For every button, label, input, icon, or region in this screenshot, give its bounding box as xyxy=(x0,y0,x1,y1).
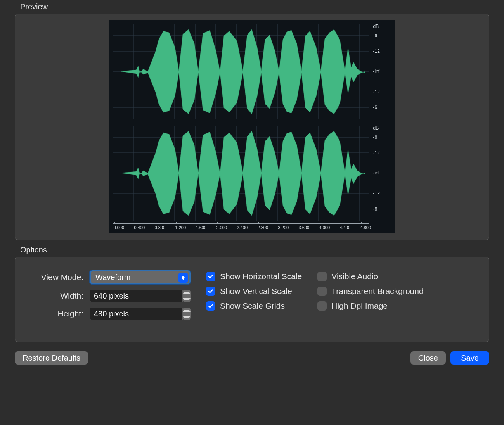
checkbox-checked-icon xyxy=(206,287,215,296)
width-stepper[interactable] xyxy=(183,290,191,302)
checkbox-label: Show Vertical Scale xyxy=(220,287,292,296)
checkbox-unchecked-icon xyxy=(317,272,327,281)
preview-panel: dB -6 -12 -inf -12 -6 xyxy=(15,14,489,240)
select-stepper-icon xyxy=(178,273,188,283)
restore-defaults-button[interactable]: Restore Defaults xyxy=(15,351,88,365)
save-button[interactable]: Save xyxy=(450,351,489,365)
options-panel: View Mode: Waveform Width: 640 pixels xyxy=(15,257,489,342)
checkbox-label: High Dpi Image xyxy=(331,301,388,311)
checkbox-hscale[interactable]: Show Horizontal Scale xyxy=(206,272,302,281)
checkbox-transbg[interactable]: Transparent Brackground xyxy=(317,287,423,296)
checkbox-vscale[interactable]: Show Vertical Scale xyxy=(206,287,302,296)
checkbox-hidpi[interactable]: High Dpi Image xyxy=(317,301,423,311)
checkbox-label: Visible Audio xyxy=(331,272,378,281)
waveform-preview: dB -6 -12 -inf -12 -6 xyxy=(109,20,395,233)
checkbox-checked-icon xyxy=(206,272,215,281)
db-scale-ch2: dB -6 -12 -inf -12 -6 xyxy=(371,126,392,221)
db-scale-ch1: dB -6 -12 -inf -12 -6 xyxy=(371,24,392,119)
view-mode-label: View Mode: xyxy=(31,273,90,282)
width-input[interactable]: 640 pixels xyxy=(90,290,183,302)
time-axis: 0.0000.4000.8001.2001.6002.0002.4002.800… xyxy=(113,223,369,232)
width-label: Width: xyxy=(31,291,90,301)
checkbox-unchecked-icon xyxy=(317,287,327,296)
preview-section-label: Preview xyxy=(20,2,489,11)
checkbox-label: Show Scale Grids xyxy=(220,301,285,311)
checkbox-label: Show Horizontal Scale xyxy=(220,272,302,281)
checkbox-visaudio[interactable]: Visible Audio xyxy=(317,272,423,281)
checkbox-grids[interactable]: Show Scale Grids xyxy=(206,301,302,311)
view-mode-select[interactable]: Waveform xyxy=(90,270,191,284)
options-section-label: Options xyxy=(20,245,489,254)
checkbox-label: Transparent Brackground xyxy=(331,287,423,296)
height-label: Height: xyxy=(31,309,90,318)
height-stepper[interactable] xyxy=(183,308,191,320)
close-button[interactable]: Close xyxy=(410,351,446,365)
height-input[interactable]: 480 pixels xyxy=(90,308,183,320)
checkbox-checked-icon xyxy=(206,301,215,311)
checkbox-unchecked-icon xyxy=(317,301,327,311)
